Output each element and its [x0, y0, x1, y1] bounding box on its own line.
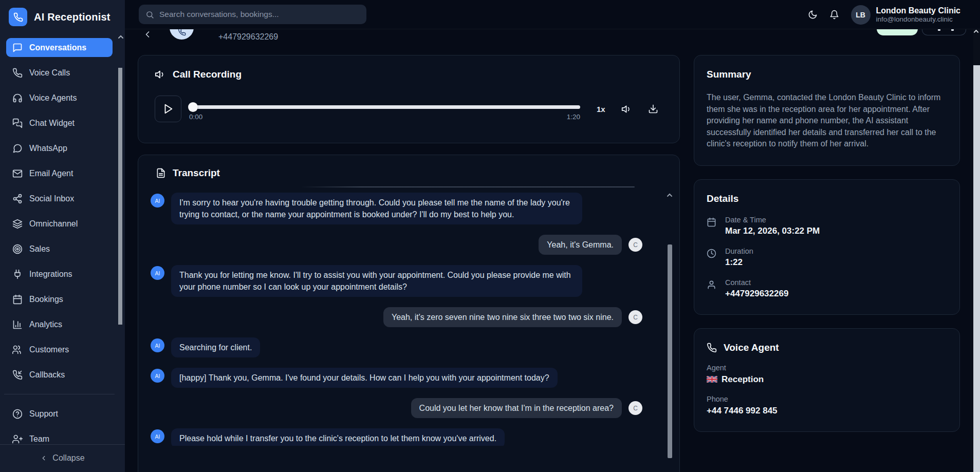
sidebar-item-social-inbox[interactable]: Social Inbox [6, 189, 113, 208]
collapse-label: Collapse [52, 454, 84, 463]
voice-agent-title: Voice Agent [724, 342, 779, 353]
calendar-icon [12, 294, 23, 305]
bar-chart-icon [12, 319, 23, 330]
voice-agent-card: Voice Agent Agent Reception Phone +44 74… [694, 328, 960, 432]
phone-icon [13, 12, 23, 22]
main-content: +447929632269 Call Recording 0:00 1:20 1… [125, 29, 980, 472]
detail-row-duration: Duration 1:22 [707, 247, 947, 268]
sidebar-item-email-agent[interactable]: Email Agent [6, 164, 113, 183]
agent-label: Agent [707, 364, 947, 372]
volume-icon[interactable] [621, 104, 632, 115]
scrolled-message-edge [301, 186, 635, 187]
search-input[interactable] [159, 10, 360, 19]
sidebar-item-whatsapp[interactable]: WhatsApp [6, 139, 113, 158]
voice-agent-header: Voice Agent [707, 342, 947, 353]
message-bubble: Thank you for letting me know. I'll try … [171, 265, 582, 297]
scrollbar-thumb[interactable] [668, 244, 672, 458]
sidebar-item-support[interactable]: Support [6, 404, 113, 423]
scrollbar-thumb[interactable] [118, 68, 122, 325]
call-recording-title: Call Recording [173, 69, 242, 80]
scrollbar-track[interactable] [973, 65, 980, 472]
sidebar-item-chat-widget[interactable]: Chat Widget [6, 114, 113, 133]
sidebar-item-sales[interactable]: Sales [6, 239, 113, 258]
mail-icon [12, 168, 23, 179]
moon-icon[interactable] [808, 10, 818, 20]
summary-title: Summary [707, 69, 947, 80]
sidebar: AI Receptionist Conversations Voice Call… [0, 0, 125, 472]
phone-icon [178, 29, 186, 36]
chevron-up-icon[interactable] [667, 193, 673, 197]
back-button[interactable] [142, 29, 153, 40]
chevron-up-icon[interactable] [973, 29, 980, 33]
message-bubble: Yeah, it's zero seven nine two nine six … [383, 307, 622, 327]
headphones-icon [12, 93, 23, 103]
summary-text: The user, Gemma, contacted the London Be… [707, 92, 947, 150]
bell-icon[interactable] [829, 10, 839, 20]
sidebar-item-voice-calls[interactable]: Voice Calls [6, 63, 113, 82]
chevron-up-icon[interactable] [118, 35, 123, 39]
call-recording-header: Call Recording [155, 69, 663, 80]
search-box[interactable] [139, 5, 366, 24]
sidebar-item-label: Conversations [29, 43, 86, 52]
play-button[interactable] [155, 96, 181, 122]
contact-avatar [170, 29, 194, 40]
sidebar-item-label: Support [29, 409, 58, 419]
status-badge[interactable] [877, 29, 918, 35]
sidebar-item-integrations[interactable]: Integrations [6, 265, 113, 284]
topbar: LB London Beauty Clinic info@londonbeaut… [125, 0, 980, 29]
sidebar-item-voice-agents[interactable]: Voice Agents [6, 88, 113, 107]
slider-track[interactable] [189, 105, 580, 109]
search-icon [145, 10, 154, 19]
transcript-card: Transcript AI I'm sorry to hear you're h… [138, 155, 680, 472]
detail-label: Date & Time [725, 216, 820, 224]
slider-thumb[interactable] [188, 102, 198, 112]
sidebar-divider [4, 394, 115, 394]
sidebar-item-callbacks[interactable]: Callbacks [6, 365, 113, 384]
plug-icon [12, 269, 23, 279]
customer-avatar: C [628, 238, 642, 252]
download-icon[interactable] [648, 104, 658, 114]
phone-label: Phone [707, 395, 947, 403]
sidebar-item-analytics[interactable]: Analytics [6, 315, 113, 334]
app-logo [9, 8, 27, 26]
transcript-messages[interactable]: AI I'm sorry to hear you're having troub… [151, 186, 663, 446]
sidebar-item-label: Social Inbox [29, 194, 74, 203]
agent-phone: +44 7446 992 845 [707, 406, 947, 416]
calendar-icon [707, 217, 716, 236]
sidebar-item-label: Bookings [29, 295, 63, 304]
call-recording-card: Call Recording 0:00 1:20 1x [138, 55, 680, 143]
transcript-title: Transcript [173, 167, 220, 179]
seek-slider[interactable]: 0:00 1:20 [189, 96, 580, 122]
help-circle-icon [12, 409, 23, 419]
sidebar-item-omnichannel[interactable]: Omnichannel [6, 214, 113, 233]
sidebar-item-conversations[interactable]: Conversations [6, 38, 113, 57]
org-name: London Beauty Clinic [876, 6, 960, 15]
message-bubble: Searching for client. [171, 337, 260, 357]
detail-value: 1:22 [725, 257, 753, 268]
sidebar-item-customers[interactable]: Customers [6, 340, 113, 359]
sidebar-item-label: Omnichannel [29, 219, 78, 229]
file-text-icon [156, 168, 166, 178]
chat-widget-icon [12, 118, 23, 128]
detail-row-contact: Contact +447929632269 [707, 278, 947, 299]
audio-player: 0:00 1:20 1x [155, 96, 663, 122]
phone-icon [12, 68, 23, 78]
action-button[interactable] [922, 29, 966, 35]
sidebar-item-label: WhatsApp [29, 144, 67, 153]
collapse-button[interactable]: Collapse [0, 444, 125, 472]
info-column: Summary The user, Gemma, contacted the L… [694, 55, 960, 432]
page-scrollbar[interactable] [973, 29, 980, 472]
uk-flag-icon [707, 376, 717, 383]
profile-chip[interactable]: LB London Beauty Clinic info@londonbeaut… [851, 5, 960, 25]
message-circle-icon [12, 143, 23, 154]
detail-value: Mar 12, 2026, 03:22 PM [725, 226, 820, 236]
sidebar-item-bookings[interactable]: Bookings [6, 290, 113, 309]
transcript-scrollbar[interactable] [667, 193, 673, 472]
sidebar-item-team[interactable]: Team [6, 429, 113, 444]
sidebar-item-label: Voice Agents [29, 93, 77, 103]
sidebar-scrollbar[interactable] [118, 35, 123, 440]
user-plus-icon [12, 434, 23, 444]
player-controls: 1x [597, 104, 658, 115]
playback-speed-button[interactable]: 1x [597, 105, 605, 114]
details-card: Details Date & Time Mar 12, 2026, 03:22 … [694, 179, 960, 315]
